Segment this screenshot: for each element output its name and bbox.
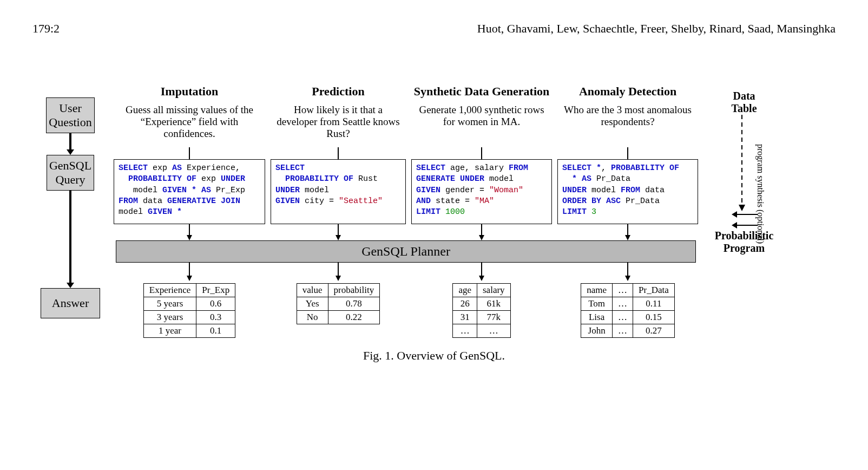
synthetic-code: SELECT age, salary FROM GENERATE UNDER m… bbox=[411, 159, 552, 224]
prediction-result-table: valueprobability Yes0.78 No0.22 bbox=[297, 283, 380, 324]
anomaly-question: Who are the 3 most anomalous respondents… bbox=[557, 104, 698, 147]
prediction-question: How likely is it that a developer from S… bbox=[271, 104, 406, 147]
figure-caption: Fig. 1. Overview of GenSQL. bbox=[32, 349, 836, 363]
arrow-down-icon bbox=[478, 224, 485, 240]
svg-marker-21 bbox=[625, 235, 630, 240]
connector-line-icon bbox=[187, 147, 192, 159]
synthetic-title: Synthetic Data Generation bbox=[411, 68, 552, 99]
arrow-down-icon bbox=[624, 224, 632, 240]
svg-marker-27 bbox=[479, 276, 484, 281]
arrow-down-icon bbox=[478, 263, 485, 281]
arrow-left-icon bbox=[731, 221, 758, 230]
svg-marker-1 bbox=[67, 149, 74, 155]
anomaly-title: Anomaly Detection bbox=[557, 68, 698, 99]
svg-marker-29 bbox=[625, 276, 630, 281]
answer-label: Answer bbox=[41, 288, 100, 318]
svg-marker-9 bbox=[732, 222, 737, 229]
dashed-arrow-down-icon bbox=[733, 115, 755, 212]
gensql-query-label: GenSQL Query bbox=[47, 155, 94, 191]
imputation-question: Guess all missing values of the “Experie… bbox=[114, 104, 265, 147]
svg-marker-3 bbox=[67, 283, 74, 288]
left-label-column: User Question GenSQL Query Answer bbox=[32, 68, 108, 318]
svg-marker-17 bbox=[336, 235, 341, 240]
connector-line-icon bbox=[336, 147, 341, 159]
gensql-planner-box: GenSQL Planner bbox=[116, 240, 696, 263]
svg-marker-19 bbox=[479, 235, 484, 240]
arrow-down-icon bbox=[334, 263, 342, 281]
data-table-label: Data Table bbox=[731, 90, 757, 115]
prediction-title: Prediction bbox=[271, 68, 406, 99]
imputation-code: SELECT exp AS Experience, PROBABILITY OF… bbox=[114, 159, 265, 224]
connector-line-icon bbox=[625, 147, 630, 159]
connector-line-icon bbox=[479, 147, 484, 159]
arrow-down-icon bbox=[65, 191, 76, 288]
imputation-title: Imputation bbox=[114, 68, 265, 99]
arrow-down-icon bbox=[624, 263, 632, 281]
diagram-grid: User Question GenSQL Query Answer Imputa… bbox=[32, 68, 836, 338]
svg-marker-25 bbox=[336, 276, 341, 281]
arrow-down-icon bbox=[186, 224, 193, 240]
user-question-label: User Question bbox=[46, 97, 94, 133]
prediction-code: SELECT PROBABILITY OF Rust UNDER model G… bbox=[271, 159, 406, 224]
arrow-left-icon bbox=[731, 210, 758, 219]
arrow-down-icon bbox=[186, 263, 193, 281]
anomaly-result-table: name…Pr_Data Tom…0.11 Lisa…0.15 John…0.2… bbox=[581, 283, 675, 338]
right-label-column: Data Table program synthesis (optional) … bbox=[703, 68, 785, 254]
synthetic-question: Generate 1,000 synthetic rows for women … bbox=[411, 104, 552, 147]
synthetic-result-table: agesalary 2661k 3177k …… bbox=[452, 283, 510, 338]
imputation-result-table: ExperiencePr_Exp 5 years0.6 3 years0.3 1… bbox=[143, 283, 235, 338]
program-synthesis-label: program synthesis (optional) bbox=[755, 144, 765, 244]
anomaly-code: SELECT *, PROBABILITY OF * AS Pr_Data UN… bbox=[557, 159, 698, 224]
svg-marker-23 bbox=[187, 276, 192, 281]
authors-list: Huot, Ghavami, Lew, Schaechtle, Freer, S… bbox=[477, 22, 836, 36]
arrow-down-icon bbox=[65, 133, 76, 155]
svg-marker-15 bbox=[187, 235, 192, 240]
svg-marker-7 bbox=[732, 211, 737, 218]
page-number: 179:2 bbox=[32, 22, 60, 36]
page-header: 179:2 Huot, Ghavami, Lew, Schaechtle, Fr… bbox=[32, 22, 836, 36]
arrow-down-icon bbox=[334, 224, 342, 240]
